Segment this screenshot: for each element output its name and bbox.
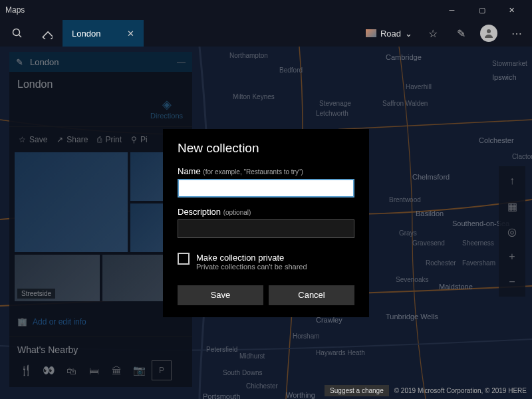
minimize-button[interactable]: ─ (437, 0, 467, 20)
checkbox-sublabel: Private collections can't be shared (196, 263, 307, 271)
description-label: Description (optional) (178, 207, 354, 217)
search-icon[interactable] (4, 20, 31, 47)
titlebar: Maps ─ ▢ ✕ (0, 0, 532, 20)
search-tab-label: London (72, 29, 100, 39)
close-tab-icon[interactable]: ✕ (127, 29, 134, 39)
footer: Suggest a change © 2019 Microsoft Corpor… (325, 385, 527, 396)
map-style-swatch-icon (366, 29, 376, 37)
name-input[interactable] (178, 179, 354, 198)
search-tab[interactable]: London ✕ (63, 20, 144, 47)
private-checkbox-row[interactable]: Make collection private Private collecti… (178, 253, 354, 271)
ink-icon[interactable]: ✎ (450, 22, 472, 45)
checkbox-label: Make collection private (196, 253, 307, 263)
toolbar: London ✕ Road ⌄ ☆ ✎ ⋯ (0, 20, 532, 47)
maximize-button[interactable]: ▢ (467, 0, 497, 20)
copyright-text: © 2019 Microsoft Corporation, © 2019 HER… (394, 387, 527, 394)
svg-line-1 (19, 35, 21, 37)
dialog-title: New collection (178, 141, 354, 156)
save-button[interactable]: Save (178, 285, 263, 305)
new-collection-dialog: New collection Name (for example, "Resta… (163, 129, 369, 317)
map-style-button[interactable]: Road ⌄ (362, 26, 416, 41)
cancel-button[interactable]: Cancel (269, 285, 354, 305)
close-button[interactable]: ✕ (497, 0, 527, 20)
app-title: Maps (5, 5, 25, 15)
avatar-icon (480, 25, 497, 42)
suggest-change-button[interactable]: Suggest a change (325, 385, 389, 396)
modal-overlay: New collection Name (for example, "Resta… (0, 47, 532, 399)
name-label: Name (for example, "Restaurants to try") (178, 166, 354, 176)
favorites-icon[interactable]: ☆ (422, 22, 444, 45)
description-input[interactable] (178, 219, 354, 238)
svg-rect-2 (43, 32, 53, 39)
directions-icon[interactable] (33, 20, 60, 47)
more-icon[interactable]: ⋯ (505, 22, 528, 45)
account-avatar[interactable] (477, 22, 500, 45)
checkbox-icon[interactable] (178, 253, 190, 265)
map-style-label: Road (380, 29, 401, 39)
main-area: NorthamptonCambridgeBedfordIpswichMilton… (0, 47, 532, 399)
chevron-down-icon: ⌄ (405, 29, 412, 39)
svg-point-3 (487, 29, 491, 33)
